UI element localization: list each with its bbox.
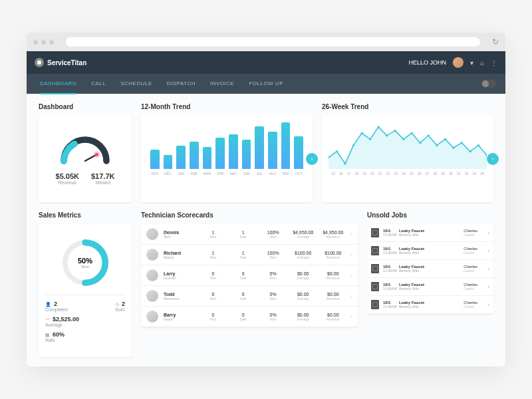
trend12-card: NOVDECJANFEBMARAPRMAYJUNJULAUGSEPOCT ›: [141, 116, 313, 202]
chevron-right-icon: ›: [487, 230, 489, 236]
brand[interactable]: ServiceTitan: [35, 58, 86, 67]
chevron-down-icon[interactable]: ▾: [470, 59, 473, 66]
max-dot[interactable]: [49, 40, 54, 45]
navbar: DASHBOARDCALLSCHEDULEDISPATCHINVOICEFOLL…: [27, 74, 505, 94]
job-row[interactable]: 10/111:30AMLeaky FaucetBeverly HillsChar…: [367, 224, 493, 242]
nav-schedule[interactable]: SCHEDULE: [120, 74, 152, 94]
tech-avatar: [146, 311, 158, 323]
svg-point-18: [452, 147, 455, 149]
app-topbar: ServiceTitan HELLO JOHN ▾ ⌕ ⋮: [27, 51, 505, 74]
svg-point-7: [360, 132, 363, 134]
content: Dashboard $5.05KRevenue $17.7KMis: [27, 94, 505, 366]
tech-row[interactable]: RichardMorton1Won1Sale100%Won$100.00Aver…: [141, 245, 358, 265]
bar: [229, 134, 238, 170]
job-row[interactable]: 10/111:30AMLeaky FaucetBeverly HillsChar…: [367, 260, 493, 278]
brand-icon: [35, 58, 44, 67]
trend12-next-button[interactable]: ›: [306, 153, 318, 165]
refresh-icon[interactable]: ↻: [492, 37, 499, 47]
search-icon[interactable]: ⌕: [480, 59, 484, 66]
user-avatar[interactable]: [453, 57, 464, 68]
tech-row[interactable]: DennisTech1Won1Sale100%Won$4,950.00Avera…: [141, 224, 358, 245]
bar: [190, 142, 199, 169]
sold-val: 2: [122, 301, 125, 307]
trend26-title: 26-Week Trend: [322, 103, 493, 110]
tech-avatar: [146, 269, 158, 281]
trend26-card: 1516171819202122232425262728293031323334…: [322, 116, 493, 202]
job-icon: [371, 264, 379, 273]
job-list: 10/111:30AMLeaky FaucetBeverly HillsChar…: [367, 224, 493, 314]
svg-point-20: [469, 150, 471, 152]
won-pct: 50%: [78, 257, 92, 265]
nav-follow up[interactable]: FOLLOW UP: [249, 74, 283, 94]
avg-val: $2,525.00: [53, 316, 79, 323]
svg-point-4: [336, 150, 338, 152]
job-row[interactable]: 10/111:30AMLeaky FaucetBeverly HillsChar…: [367, 242, 493, 260]
brand-text: ServiceTitan: [47, 59, 86, 66]
revenue-label: Revenue: [58, 180, 76, 185]
sales-title: Sales Metrics: [39, 211, 132, 219]
bar: [176, 146, 186, 169]
nav-dispatch[interactable]: DISPATCH: [167, 74, 196, 94]
completed-val: 2: [54, 301, 57, 307]
chevron-right-icon: ›: [350, 231, 352, 237]
url-bar[interactable]: [66, 37, 480, 47]
chevron-right-icon: ›: [350, 314, 352, 320]
svg-point-12: [402, 138, 405, 140]
svg-point-2: [95, 153, 98, 156]
tech-row[interactable]: BarryGarza0Won0Sale0%Won$0.00Average$0.0…: [141, 307, 358, 327]
rate-val: 60%: [53, 331, 65, 338]
more-icon[interactable]: ⋮: [491, 59, 497, 66]
donut-chart: 50%Won: [59, 236, 112, 289]
nav-invoice[interactable]: INVOICE: [210, 74, 234, 94]
chevron-right-icon: ›: [350, 293, 352, 299]
bar: [150, 150, 160, 169]
job-icon: [371, 246, 379, 255]
browser-window: ↻ ServiceTitan HELLO JOHN ▾ ⌕ ⋮ DASHBOAR…: [27, 33, 505, 366]
tech-avatar: [146, 290, 158, 302]
missed-value: $17.7K: [91, 172, 114, 180]
revenue-gauge-card: $5.05KRevenue $17.7KMissed: [39, 116, 132, 202]
svg-point-14: [419, 142, 422, 144]
nav-dashboard[interactable]: DASHBOARD: [40, 74, 76, 94]
svg-point-13: [410, 132, 413, 134]
min-dot[interactable]: [41, 40, 46, 45]
traffic-lights: [33, 40, 54, 45]
job-icon: [371, 300, 379, 309]
tech-row[interactable]: ToddStevenson0Won0Sale0%Won$0.00Average$…: [141, 286, 358, 307]
chevron-right-icon: ›: [487, 266, 489, 272]
tech-list: DennisTech1Won1Sale100%Won$4,950.00Avera…: [141, 224, 358, 327]
svg-point-15: [428, 134, 430, 136]
tech-avatar: [146, 228, 158, 240]
bar: [164, 155, 173, 169]
chevron-right-icon: ›: [350, 252, 352, 258]
svg-point-9: [377, 126, 380, 128]
tech-row[interactable]: LarryGuzman0Won0Sale0%Won$0.00Average$0.…: [141, 265, 358, 286]
bar: [203, 147, 212, 169]
close-dot[interactable]: [33, 40, 38, 45]
bar-chart: [148, 122, 306, 169]
trend12-title: 12-Month Trend: [141, 103, 313, 110]
trend26-next-button[interactable]: ›: [487, 153, 499, 165]
job-icon: [371, 228, 379, 237]
dark-toggle[interactable]: [481, 80, 496, 88]
browser-chrome: ↻: [27, 33, 505, 51]
job-row[interactable]: 10/111:30AMLeaky FaucetBeverly HillsChar…: [367, 296, 493, 314]
svg-point-5: [344, 163, 346, 165]
job-row[interactable]: 10/111:30AMLeaky FaucetBeverly HillsChar…: [367, 278, 493, 296]
greeting: HELLO JOHN: [408, 59, 446, 66]
scorecards-title: Technician Scorecards: [141, 211, 358, 219]
svg-point-8: [369, 138, 372, 140]
chevron-right-icon: ›: [487, 284, 489, 290]
job-icon: [371, 282, 379, 291]
tech-avatar: [146, 249, 158, 261]
bar: [281, 122, 291, 169]
gauge-chart: [59, 134, 112, 167]
svg-point-19: [461, 142, 464, 144]
svg-point-6: [352, 144, 355, 146]
svg-point-11: [394, 130, 396, 132]
line-chart: [329, 122, 487, 169]
nav-call[interactable]: CALL: [91, 74, 106, 94]
chevron-right-icon: ›: [487, 248, 489, 254]
bar: [215, 138, 225, 169]
bar: [255, 126, 264, 169]
